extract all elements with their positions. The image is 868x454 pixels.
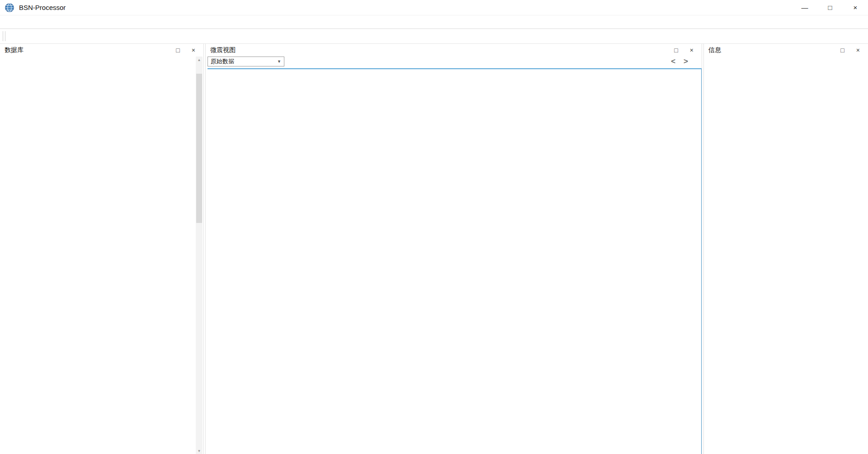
- close-button[interactable]: ×: [843, 0, 868, 15]
- database-panel: 数据库 □ × ▲ ▼: [0, 44, 203, 454]
- info-panel-title: 信息: [708, 46, 721, 54]
- database-float-icon[interactable]: □: [176, 47, 179, 53]
- menu-bar: [0, 15, 868, 29]
- microseismic-view-panel: 微震视图 □ × 原始数据 ▼ < >: [206, 44, 702, 454]
- view-subbar: 原始数据 ▼ < >: [206, 57, 702, 68]
- dock-area: 数据库 □ × ▲ ▼ 微震视图 □ ×: [0, 44, 868, 454]
- database-tree: ▲ ▼: [0, 57, 203, 454]
- info-panel: 信息 □ ×: [704, 44, 868, 454]
- database-close-icon[interactable]: ×: [192, 47, 195, 53]
- chevron-down-icon: ▼: [277, 59, 281, 64]
- view-panel-header: 微震视图 □ ×: [206, 44, 702, 57]
- info-close-icon[interactable]: ×: [856, 47, 860, 53]
- scroll-up-icon[interactable]: ▲: [196, 57, 203, 63]
- app-logo-icon: [5, 3, 14, 13]
- info-body: [704, 57, 868, 63]
- database-panel-title: 数据库: [5, 46, 24, 54]
- minimize-button[interactable]: —: [792, 0, 817, 15]
- waveform-grid: [208, 68, 702, 454]
- tree-scrollbar[interactable]: ▲ ▼: [196, 57, 203, 454]
- next-event-button[interactable]: >: [684, 57, 688, 66]
- title-bar: BSN-Processor — □ ×: [0, 0, 868, 15]
- data-mode-value: 原始数据: [211, 57, 234, 66]
- info-float-icon[interactable]: □: [840, 47, 844, 53]
- info-panel-header: 信息 □ ×: [704, 44, 868, 57]
- tree-scrollbar-thumb[interactable]: [196, 74, 202, 223]
- view-float-icon[interactable]: □: [674, 47, 678, 53]
- database-panel-header: 数据库 □ ×: [0, 44, 203, 57]
- prev-event-button[interactable]: <: [671, 57, 675, 66]
- data-mode-dropdown[interactable]: 原始数据 ▼: [208, 57, 284, 66]
- window-title: BSN-Processor: [19, 4, 66, 11]
- view-close-icon[interactable]: ×: [690, 47, 693, 53]
- view-panel-title: 微震视图: [210, 46, 236, 54]
- toolbar: [0, 29, 868, 44]
- toolbar-grip[interactable]: [3, 31, 5, 41]
- bsn-processor-window: BSN-Processor — □ × 数据库 □ × ▲: [0, 0, 868, 454]
- scroll-down-icon[interactable]: ▼: [196, 448, 203, 454]
- maximize-button[interactable]: □: [817, 0, 843, 15]
